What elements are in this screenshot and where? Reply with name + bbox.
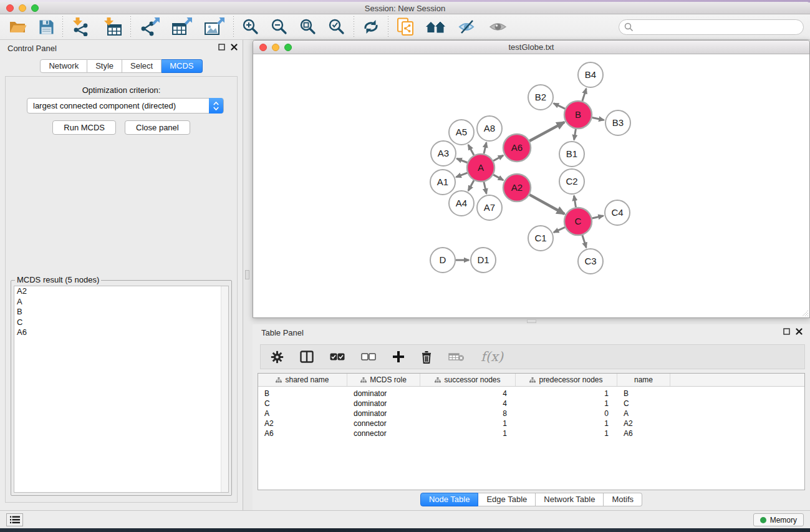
table-row[interactable]: A2connector11A2 [258,418,804,428]
graph-edge-A-A7[interactable] [484,181,486,193]
tab-select[interactable]: Select [122,59,162,73]
result-item[interactable]: A [14,297,228,307]
resize-grip-icon[interactable] [801,309,809,317]
add-column-icon[interactable] [392,351,405,363]
open-session-icon[interactable] [9,19,27,35]
float-panel-icon[interactable] [218,44,225,51]
graph-edge-C-C1[interactable] [554,227,565,232]
attribute-icon [360,377,367,383]
zoom-fit-icon[interactable] [299,18,317,36]
graph-node-label: A4 [456,198,467,208]
table-panel: Table Panel [253,324,810,510]
column-header[interactable]: MCDS role [347,374,420,386]
column-header[interactable]: predecessor nodes [516,374,617,386]
show-all-networks-icon[interactable] [425,19,446,35]
graph-edge-B-B4[interactable] [582,89,586,101]
close-panel-icon[interactable] [796,328,803,335]
graph-edge-A-A6[interactable] [493,155,503,161]
table-row[interactable]: Cdominator41C [258,399,804,409]
delete-table-icon[interactable] [448,352,465,362]
hide-panels-icon[interactable] [458,19,478,34]
toolbar-separator [62,16,63,37]
function-builder-icon[interactable]: f(x) [481,349,503,364]
graph-edge-A-A2[interactable] [493,175,503,180]
network-file-icon[interactable] [397,17,414,36]
tab-network-table[interactable]: Network Table [536,493,604,506]
optimization-select[interactable]: largest connected component (directed) [27,98,224,114]
horizontal-splitter-handle[interactable] [527,319,536,323]
import-table-icon[interactable] [102,17,122,36]
zoom-out-icon[interactable] [271,18,288,36]
result-item[interactable]: A6 [14,327,228,338]
column-layout-icon[interactable] [300,351,314,363]
float-panel-icon[interactable] [783,328,790,335]
search-input[interactable] [619,19,804,35]
unselect-all-columns-icon[interactable] [361,353,376,360]
tab-style[interactable]: Style [87,59,122,73]
graph-edge-A6-B[interactable] [529,122,564,141]
export-network-icon[interactable] [139,17,160,36]
close-panel-button[interactable]: Close panel [125,120,190,135]
import-network-icon[interactable] [71,17,91,36]
table-row[interactable]: Adominator80A [258,409,804,418]
memory-button[interactable]: Memory [753,513,804,526]
table-row[interactable]: A6connector11A6 [258,428,804,438]
graph-edge-A2-C[interactable] [529,195,564,214]
tab-network[interactable]: Network [40,59,87,73]
export-image-icon[interactable] [204,17,225,36]
control-panel-title: Control Panel [7,44,57,53]
graph-edge-C-C3[interactable] [582,235,586,248]
graph-edge-A-A3[interactable] [456,158,467,163]
graph-node-label: C2 [566,176,577,186]
graph-node-label: C4 [611,207,623,218]
app-title: Session: New Session [0,4,810,13]
zoom-selected-icon[interactable] [328,18,345,36]
graph-node-label: A [478,162,484,173]
task-history-button[interactable] [6,513,23,526]
graph-edge-A-A1[interactable] [456,173,468,177]
table-cell: B [258,389,347,399]
graph-edge-B-B3[interactable] [592,118,604,120]
network-window-title: testGlobe.txt [253,42,809,52]
refresh-layout-icon[interactable] [362,19,380,35]
zoom-in-icon[interactable] [242,18,259,36]
graph-edge-B-B1[interactable] [574,129,576,140]
tab-mcds[interactable]: MCDS [162,59,202,73]
select-all-columns-icon[interactable] [330,353,345,360]
vertical-splitter-handle[interactable] [245,270,249,279]
mcds-result-title: MCDS result (5 nodes) [15,275,101,284]
result-item[interactable]: C [14,317,228,328]
scrollbar[interactable] [221,286,228,492]
column-header[interactable]: successor nodes [420,374,516,386]
column-header[interactable]: shared name [258,374,347,386]
tab-edge-table[interactable]: Edge Table [478,493,536,506]
save-session-icon[interactable] [39,19,54,35]
result-item[interactable]: A2 [14,286,228,297]
network-window-titlebar[interactable]: testGlobe.txt [253,41,809,54]
graph-edge-A-A8[interactable] [484,142,486,153]
show-panels-icon[interactable] [489,20,508,34]
settings-gear-icon[interactable] [271,351,284,364]
graph-edge-C-C2[interactable] [574,196,576,208]
graph-node-label: A2 [511,182,523,193]
graph-edge-B-B2[interactable] [554,104,565,109]
network-canvas[interactable]: B4B2BB3B1A5A8A6A3AA1A2A4A7C2CC4C1C3DD1 [253,54,809,317]
export-table-icon[interactable] [171,17,193,36]
graph-edge-A-A4[interactable] [468,180,474,191]
graph-node-label: A1 [437,177,448,187]
column-header[interactable]: name [617,374,670,386]
graph-edge-C-C4[interactable] [592,216,603,218]
graph-node-label: B3 [612,117,624,128]
graph-node-label: A7 [484,202,495,213]
tab-node-table[interactable]: Node Table [420,493,479,506]
result-item[interactable]: B [14,307,228,317]
run-mcds-button[interactable]: Run MCDS [52,120,116,135]
table-panel-header: Table Panel [253,324,810,341]
tab-motifs[interactable]: Motifs [604,493,642,506]
column-header-filler [670,374,804,386]
graph-edge-A-A5[interactable] [468,145,474,155]
network-graph: B4B2BB3B1A5A8A6A3AA1A2A4A7C2CC4C1C3DD1 [253,54,809,318]
close-panel-icon[interactable] [231,44,238,51]
delete-column-icon[interactable] [421,351,432,364]
table-row[interactable]: Bdominator41B [258,389,804,399]
